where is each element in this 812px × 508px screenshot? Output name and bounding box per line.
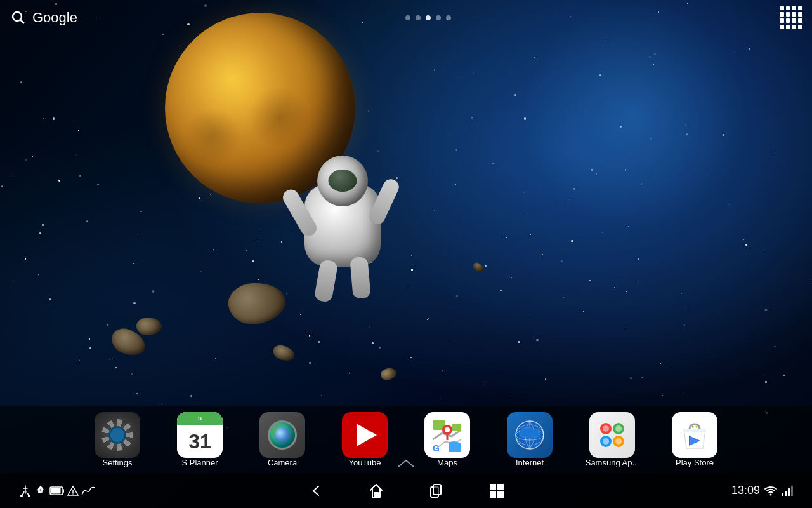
maps-label: Maps bbox=[437, 458, 457, 467]
drawer-arrow[interactable] bbox=[396, 458, 416, 471]
svg-point-0 bbox=[13, 12, 22, 21]
dock-app-splanner[interactable]: S 31 S Planner bbox=[159, 407, 241, 472]
svg-rect-4 bbox=[452, 424, 461, 431]
svg-rect-49 bbox=[791, 486, 793, 496]
dock-app-maps[interactable]: G Maps bbox=[406, 407, 488, 472]
status-bar-right: 13:09 bbox=[731, 484, 793, 497]
grid-dot bbox=[780, 18, 784, 23]
grid-dot bbox=[786, 6, 790, 11]
youtube-icon bbox=[342, 412, 388, 458]
dock-app-youtube[interactable]: YouTube bbox=[324, 407, 406, 472]
astronaut-body bbox=[304, 184, 381, 267]
svg-point-45 bbox=[770, 493, 772, 495]
page-dot-1[interactable] bbox=[405, 15, 410, 20]
svg-rect-44 bbox=[501, 492, 503, 495]
grid-dot bbox=[798, 25, 802, 29]
splanner-date: 31 bbox=[177, 425, 223, 458]
svg-rect-29 bbox=[51, 488, 61, 493]
astronaut-arm-right bbox=[367, 177, 401, 227]
gear-inner bbox=[108, 426, 126, 444]
youtube-play-icon bbox=[357, 424, 377, 446]
astronaut-helmet bbox=[317, 156, 368, 206]
camera-lens-inner bbox=[275, 427, 290, 443]
signal-landscape-icon bbox=[81, 486, 95, 496]
svg-point-17 bbox=[603, 425, 609, 432]
settings-icon bbox=[95, 412, 140, 458]
mobile-signal-icon bbox=[782, 486, 793, 496]
recents-button[interactable] bbox=[422, 476, 450, 505]
page-indicators bbox=[405, 15, 451, 20]
warning-icon bbox=[67, 485, 79, 497]
home-button[interactable] bbox=[362, 476, 390, 505]
astronaut-arm-left bbox=[280, 187, 320, 239]
screenshot-button[interactable] bbox=[482, 476, 511, 505]
notification-area bbox=[19, 485, 95, 497]
youtube-label: YouTube bbox=[348, 458, 381, 467]
grid-dot bbox=[786, 25, 790, 29]
settings-label: Settings bbox=[103, 458, 133, 467]
camera-icon bbox=[259, 412, 305, 458]
splanner-header: S bbox=[177, 412, 223, 425]
page-dot-4[interactable] bbox=[436, 15, 441, 20]
maps-icon: G bbox=[424, 412, 470, 458]
svg-rect-48 bbox=[788, 488, 790, 496]
svg-point-25 bbox=[20, 495, 23, 497]
grid-dot bbox=[792, 6, 796, 11]
grid-dot bbox=[786, 18, 790, 23]
splanner-label: S Planner bbox=[181, 458, 218, 467]
grid-dot bbox=[780, 6, 784, 11]
internet-label: Internet bbox=[516, 458, 544, 467]
astronaut-visor bbox=[329, 170, 357, 192]
svg-rect-46 bbox=[782, 493, 783, 496]
svg-rect-39 bbox=[499, 486, 502, 488]
astronaut bbox=[279, 152, 406, 292]
play-store-icon bbox=[672, 412, 717, 458]
google-search[interactable]: Google bbox=[10, 9, 77, 27]
camera-lens bbox=[268, 420, 297, 450]
svg-rect-40 bbox=[492, 493, 494, 496]
search-icon bbox=[10, 9, 27, 27]
dock-app-camera[interactable]: Camera bbox=[241, 407, 324, 472]
svg-rect-26 bbox=[28, 495, 30, 497]
grid-dot bbox=[786, 12, 790, 17]
dock-app-settings[interactable]: Settings bbox=[76, 407, 159, 472]
svg-rect-38 bbox=[492, 486, 494, 488]
dock-app-internet[interactable]: Internet bbox=[488, 407, 571, 472]
back-button[interactable] bbox=[301, 476, 330, 505]
top-bar: Google bbox=[0, 0, 812, 35]
nav-bar: 13:09 bbox=[0, 473, 812, 508]
samsung-apps-icon bbox=[589, 412, 635, 458]
svg-text:G: G bbox=[433, 443, 440, 453]
svg-point-18 bbox=[615, 425, 622, 432]
grid-dot bbox=[792, 12, 796, 17]
svg-point-20 bbox=[615, 438, 622, 444]
usb-icon bbox=[19, 485, 32, 497]
dock-app-play-store[interactable]: Play Store bbox=[653, 407, 736, 472]
samsung-apps-label: Samsung Ap... bbox=[586, 458, 639, 467]
astronaut-leg-right bbox=[350, 257, 371, 299]
svg-line-1 bbox=[21, 20, 25, 23]
battery-icon bbox=[49, 486, 65, 495]
recycle-icon bbox=[34, 485, 47, 497]
google-label: Google bbox=[32, 10, 77, 26]
dock-app-samsung-apps[interactable]: Samsung Ap... bbox=[571, 407, 653, 472]
svg-point-6 bbox=[445, 427, 450, 432]
svg-rect-32 bbox=[374, 493, 378, 497]
svg-point-19 bbox=[603, 438, 609, 444]
apps-grid-button[interactable] bbox=[780, 6, 802, 29]
svg-point-31 bbox=[72, 493, 74, 495]
grid-dot bbox=[792, 25, 796, 29]
page-dot-5[interactable] bbox=[446, 15, 451, 20]
grid-dot bbox=[780, 25, 784, 29]
svg-rect-47 bbox=[785, 491, 787, 496]
status-time: 13:09 bbox=[731, 484, 760, 497]
grid-dot bbox=[798, 6, 802, 11]
page-dot-2[interactable] bbox=[416, 15, 421, 20]
play-store-label: Play Store bbox=[676, 458, 714, 467]
grid-dot bbox=[792, 18, 796, 23]
internet-icon bbox=[507, 412, 553, 458]
page-dot-3[interactable] bbox=[426, 15, 431, 20]
grid-dot bbox=[798, 18, 802, 23]
svg-point-24 bbox=[692, 426, 694, 428]
splanner-icon: S 31 bbox=[177, 412, 223, 458]
